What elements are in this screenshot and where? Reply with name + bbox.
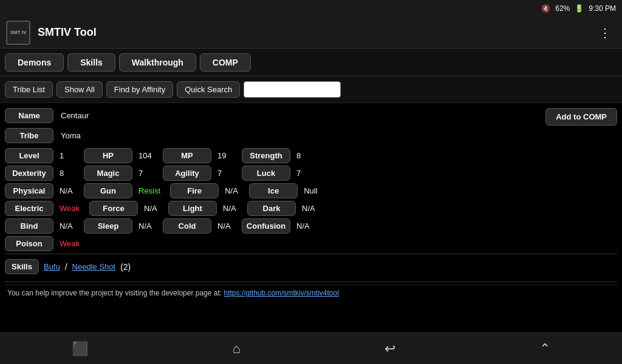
app-bar: SMT IV SMTIV Tool ⋮ — [0, 17, 622, 49]
fire-value: N/A — [220, 186, 244, 195]
confusion-label: Confusion — [242, 218, 290, 234]
magic-label: Magic — [84, 166, 132, 181]
quick-search-button[interactable]: Quick Search — [177, 81, 240, 98]
battery-percent: 62% — [555, 4, 570, 13]
skill-needle-shot-link[interactable]: Needle Shot — [72, 262, 116, 271]
poison-value: Weak — [55, 239, 84, 248]
bottom-nav: ⬛ ⌂ ↩ ⌃ — [0, 332, 622, 364]
footer-text: You can help improve the project by visi… — [5, 285, 617, 301]
name-value: Centaur — [56, 111, 94, 120]
agility-label: Agility — [163, 166, 211, 181]
tab-comp[interactable]: COMP — [200, 53, 251, 72]
gun-value: Resist — [134, 186, 165, 195]
stats-row-3: Physical N/A Gun Resist Fire N/A Ice Nul… — [5, 183, 617, 198]
sleep-group: Sleep N/A — [84, 218, 158, 234]
tribe-row: Tribe Yoma — [5, 128, 545, 143]
developer-link[interactable]: https://github.com/smtkiv/smtiv4tool — [224, 289, 338, 297]
confusion-group: Confusion N/A — [242, 218, 316, 234]
skill-bufu-link[interactable]: Bufu — [44, 262, 60, 271]
mp-label: MP — [163, 148, 211, 163]
skill-count: (2) — [120, 262, 131, 272]
electric-label: Electric — [5, 201, 53, 216]
fire-group: Fire N/A — [170, 183, 244, 198]
stats-row-6: Poison Weak — [5, 236, 617, 251]
magic-group: Magic 7 — [84, 166, 158, 181]
force-group: Force N/A — [89, 201, 163, 216]
bind-group: Bind N/A — [5, 218, 79, 234]
stats-row-5: Bind N/A Sleep N/A Cold N/A Confusion N/… — [5, 218, 617, 234]
overflow-menu-button[interactable]: ⋮ — [594, 23, 616, 42]
confusion-value: N/A — [292, 221, 316, 231]
luck-value: 7 — [292, 169, 316, 178]
name-row: Name Centaur — [5, 108, 545, 123]
clock: 9:30 PM — [589, 4, 616, 13]
force-label: Force — [89, 201, 138, 216]
electric-group: Electric Weak — [5, 201, 84, 216]
mp-group: MP 19 — [163, 148, 237, 163]
recent-apps-icon[interactable]: ⬛ — [60, 336, 100, 362]
agility-value: 7 — [213, 169, 237, 178]
ice-label: Ice — [249, 183, 298, 198]
dexterity-group: Dexterity 8 — [5, 166, 79, 181]
agility-group: Agility 7 — [163, 166, 237, 181]
physical-label: Physical — [5, 183, 53, 198]
hp-value: 104 — [134, 151, 158, 160]
level-value: 1 — [55, 151, 79, 160]
skills-label: Skills — [5, 259, 39, 274]
gun-label: Gun — [84, 183, 132, 198]
dexterity-label: Dexterity — [5, 166, 53, 181]
level-label: Level — [5, 148, 53, 163]
stats-row-2: Dexterity 8 Magic 7 Agility 7 Luck 7 — [5, 166, 617, 181]
strength-label: Strength — [242, 148, 290, 163]
tribe-value: Yoma — [56, 131, 86, 140]
back-icon[interactable]: ↩ — [372, 336, 408, 362]
luck-group: Luck 7 — [242, 166, 316, 181]
tab-bar: Demons Skills Walkthrough COMP — [0, 49, 622, 76]
stats-row-4: Electric Weak Force N/A Light N/A Dark N… — [5, 201, 617, 216]
tribe-list-button[interactable]: Tribe List — [5, 81, 53, 98]
poison-group: Poison Weak — [5, 236, 84, 251]
bind-label: Bind — [5, 218, 53, 234]
dexterity-value: 8 — [55, 169, 79, 178]
mute-icon: 🔇 — [541, 4, 550, 13]
tribe-label: Tribe — [5, 128, 53, 143]
luck-label: Luck — [242, 166, 290, 181]
stats-row-1: Level 1 HP 104 MP 19 Strength 8 — [5, 148, 617, 163]
tab-skills[interactable]: Skills — [67, 53, 115, 72]
physical-group: Physical N/A — [5, 183, 79, 198]
show-all-button[interactable]: Show All — [56, 81, 103, 98]
find-by-affinity-button[interactable]: Find by Affinity — [106, 81, 173, 98]
light-label: Light — [168, 201, 217, 216]
dark-label: Dark — [247, 201, 296, 216]
mp-value: 19 — [213, 151, 237, 160]
dark-group: Dark N/A — [247, 201, 321, 216]
add-to-comp-button[interactable]: Add to COMP — [545, 108, 617, 126]
filter-bar: Tribe List Show All Find by Affinity Qui… — [0, 76, 622, 103]
physical-value: N/A — [55, 186, 79, 195]
gun-group: Gun Resist — [84, 183, 165, 198]
ice-group: Ice Null — [249, 183, 323, 198]
ice-value: Null — [299, 186, 323, 195]
battery-icon: 🔋 — [575, 4, 584, 13]
bind-value: N/A — [55, 221, 79, 231]
poison-label: Poison — [5, 236, 53, 251]
dark-value: N/A — [297, 204, 321, 213]
divider-2 — [5, 281, 617, 282]
skill-separator: / — [65, 262, 67, 272]
hp-group: HP 104 — [84, 148, 158, 163]
strength-group: Strength 8 — [242, 148, 316, 163]
search-input[interactable] — [244, 81, 341, 98]
level-group: Level 1 — [5, 148, 79, 163]
scroll-up-icon[interactable]: ⌃ — [527, 336, 562, 362]
fire-label: Fire — [170, 183, 219, 198]
app-title: SMTIV Tool — [38, 26, 594, 39]
light-group: Light N/A — [168, 201, 242, 216]
status-bar: 🔇 62% 🔋 9:30 PM — [0, 0, 622, 17]
magic-value: 7 — [134, 169, 158, 178]
cold-label: Cold — [163, 218, 211, 234]
tab-walkthrough[interactable]: Walkthrough — [119, 53, 196, 72]
home-icon[interactable]: ⌂ — [220, 336, 252, 362]
sleep-label: Sleep — [84, 218, 132, 234]
skills-row: Skills Bufu / Needle Shot (2) — [5, 259, 617, 274]
tab-demons[interactable]: Demons — [5, 53, 64, 72]
